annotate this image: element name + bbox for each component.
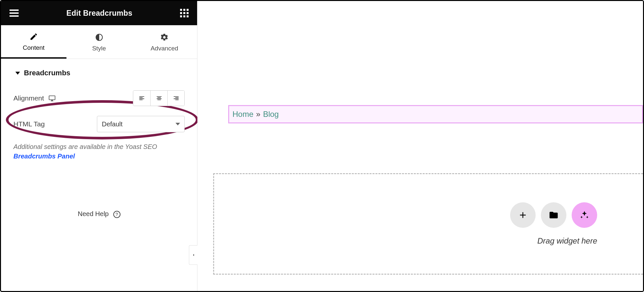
desktop-icon[interactable] — [48, 95, 56, 102]
plus-icon — [518, 210, 528, 220]
need-help-label: Need Help — [78, 210, 109, 217]
editor-tabs: Content Style Advanced — [1, 25, 197, 59]
breadcrumb-current: Blog — [263, 110, 279, 119]
tab-content[interactable]: Content — [1, 25, 66, 59]
settings-note: Additional settings are available in the… — [13, 142, 185, 161]
breadcrumbs-panel-link[interactable]: Breadcrumbs Panel — [13, 153, 75, 160]
dropzone-buttons — [510, 202, 597, 228]
html-tag-row: HTML Tag Default — [13, 116, 185, 132]
tab-style[interactable]: Style — [66, 25, 132, 59]
apps-grid-icon[interactable] — [179, 8, 190, 19]
editor-canvas[interactable]: Home » Blog Drag widget here — [197, 1, 643, 291]
widget-dropzone[interactable]: Drag widget here — [213, 173, 643, 275]
open-library-button[interactable] — [541, 202, 566, 228]
note-prefix: Additional settings are available in the… — [13, 143, 157, 150]
chevron-left-icon — [192, 253, 195, 257]
caret-down-icon — [15, 72, 20, 75]
sidebar-topbar: Edit Breadcrumbs — [1, 1, 197, 25]
breadcrumb-separator: » — [256, 110, 260, 119]
breadcrumb-home-link[interactable]: Home — [232, 110, 253, 119]
tab-content-label: Content — [23, 44, 45, 51]
breadcrumb-widget[interactable]: Home » Blog — [228, 105, 643, 123]
gear-icon — [160, 33, 169, 42]
drop-hint: Drag widget here — [537, 236, 597, 246]
add-widget-button[interactable] — [510, 202, 536, 228]
align-center-button[interactable] — [150, 91, 167, 106]
align-right-button[interactable] — [167, 91, 184, 106]
alignment-label: Alignment — [13, 94, 44, 102]
tab-style-label: Style — [92, 45, 106, 52]
html-tag-select-wrap: Default — [97, 116, 185, 132]
section-title: Breadcrumbs — [24, 69, 70, 77]
pencil-icon — [29, 32, 38, 41]
panel-title: Edit Breadcrumbs — [20, 9, 179, 18]
alignment-buttons — [133, 90, 185, 106]
ai-generate-button[interactable] — [572, 202, 597, 228]
section-toggle[interactable]: Breadcrumbs — [15, 69, 185, 77]
sparkle-icon — [580, 210, 589, 220]
editor-sidebar: Edit Breadcrumbs Content Style Advanced … — [1, 1, 197, 291]
align-left-button[interactable] — [133, 91, 150, 106]
align-center-icon — [156, 95, 162, 101]
tab-advanced-label: Advanced — [151, 45, 178, 52]
help-icon: ? — [113, 211, 120, 218]
folder-icon — [549, 210, 559, 220]
align-left-icon — [138, 95, 145, 101]
tab-advanced[interactable]: Advanced — [132, 25, 197, 59]
html-tag-label: HTML Tag — [13, 120, 45, 128]
alignment-row: Alignment — [13, 90, 185, 106]
hamburger-menu-icon[interactable] — [8, 8, 20, 18]
need-help[interactable]: Need Help ? — [13, 210, 185, 218]
align-right-icon — [173, 95, 179, 101]
html-tag-select[interactable]: Default — [97, 116, 185, 132]
contrast-icon — [95, 33, 103, 42]
panel-body: Breadcrumbs Alignment HTML Tag Default — [1, 59, 197, 291]
collapse-sidebar-button[interactable] — [189, 245, 197, 265]
